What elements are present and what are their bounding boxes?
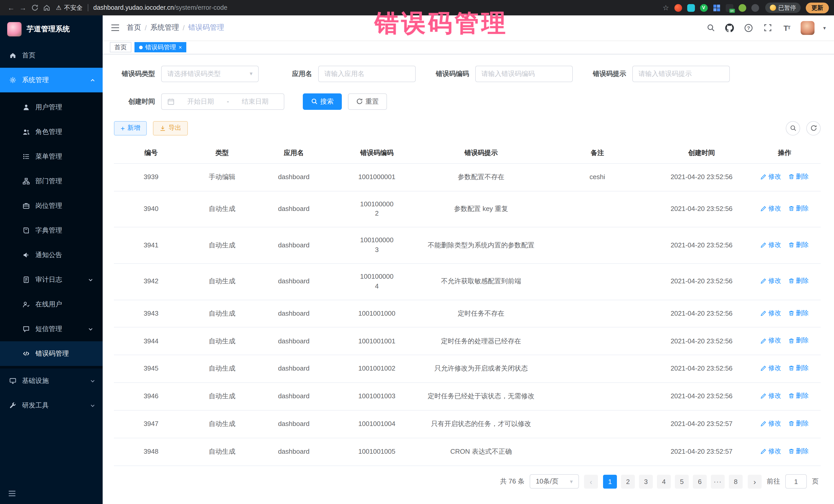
sidebar-item-dev-tools[interactable]: 研发工具	[0, 393, 103, 418]
reset-button[interactable]: 重置	[348, 93, 387, 110]
extension-paw-icon[interactable]	[751, 4, 759, 12]
breadcrumb-item-system[interactable]: 系统管理	[150, 23, 179, 32]
edit-link[interactable]: 修改	[761, 277, 781, 286]
avatar[interactable]	[800, 21, 814, 35]
sidebar-item-notices[interactable]: 通知公告	[0, 243, 103, 267]
sidebar-item-users[interactable]: 用户管理	[0, 95, 103, 119]
pagination-page[interactable]: 4	[657, 475, 671, 488]
update-button[interactable]: 更新	[806, 2, 829, 13]
column-header-id: 编号	[114, 143, 188, 163]
delete-link[interactable]: 删除	[788, 172, 809, 181]
bookmark-star-icon[interactable]: ☆	[663, 4, 669, 12]
security-badge[interactable]: ⚠ 不安全	[56, 3, 83, 12]
sidebar-fold-button[interactable]	[0, 482, 103, 504]
edit-label: 修改	[768, 336, 781, 345]
next-page-button[interactable]: ›	[748, 475, 762, 488]
delete-link[interactable]: 删除	[788, 419, 809, 428]
pagination-page[interactable]: 2	[621, 475, 635, 488]
sidebar-item-online-users[interactable]: 在线用户	[0, 292, 103, 317]
toggle-search-button[interactable]	[786, 121, 800, 135]
delete-link[interactable]: 删除	[788, 336, 809, 345]
help-icon-button[interactable]: ?	[744, 23, 754, 33]
delete-label: 删除	[796, 172, 809, 181]
page-size-select[interactable]: 10条/页 ▾	[530, 474, 579, 489]
add-button[interactable]: + 新增	[114, 121, 147, 135]
cell-actions: 修改 删除	[749, 410, 821, 438]
pagination-pages: 123456···8	[603, 475, 743, 488]
extension-leaf-icon[interactable]	[738, 4, 746, 12]
delete-link[interactable]: 删除	[788, 364, 809, 373]
hamburger-button[interactable]	[111, 24, 119, 31]
error-type-select[interactable]: 请选择错误码类型 ▾	[161, 65, 259, 82]
fullscreen-icon-button[interactable]	[763, 23, 773, 33]
pagination-page[interactable]: 8	[729, 475, 743, 488]
sidebar-item-system[interactable]: 系统管理	[0, 68, 103, 92]
refresh-table-button[interactable]	[806, 121, 821, 135]
filter-app-name: 应用名 请输入应用名	[271, 65, 416, 82]
github-icon-button[interactable]	[725, 23, 735, 33]
date-range-input[interactable]: 开始日期 - 结束日期	[161, 93, 284, 110]
tab-close-icon[interactable]: ×	[179, 44, 182, 50]
extension-teal-icon[interactable]	[687, 4, 695, 12]
paused-badge[interactable]: 已暂停	[765, 3, 800, 13]
security-label: 不安全	[64, 3, 83, 12]
delete-link[interactable]: 删除	[788, 446, 809, 456]
export-button[interactable]: 导出	[153, 121, 188, 135]
error-code-input[interactable]: 请输入错误码编码	[475, 65, 573, 82]
pagination-page[interactable]: 1	[603, 475, 617, 488]
sidebar-item-dicts[interactable]: 字典管理	[0, 218, 103, 243]
tab-error-codes[interactable]: 错误码管理 ×	[134, 42, 186, 52]
delete-link[interactable]: 删除	[788, 240, 809, 249]
app-name-input[interactable]: 请输入应用名	[318, 65, 416, 82]
sidebar-item-roles[interactable]: 角色管理	[0, 119, 103, 144]
delete-link[interactable]: 删除	[788, 204, 809, 213]
edit-link[interactable]: 修改	[761, 419, 781, 428]
pagination-more[interactable]: ···	[711, 475, 725, 488]
sidebar-item-infrastructure[interactable]: 基础设施	[0, 369, 103, 393]
prev-page-button[interactable]: ‹	[584, 475, 598, 488]
tab-home[interactable]: 首页	[110, 42, 131, 52]
forward-button[interactable]: →	[17, 2, 29, 14]
edit-link[interactable]: 修改	[761, 364, 781, 373]
extension-green-icon[interactable]: V	[700, 4, 707, 12]
delete-link[interactable]: 删除	[788, 277, 809, 286]
search-button[interactable]: 搜索	[303, 93, 342, 110]
font-size-icon-button[interactable]: TT	[782, 23, 792, 33]
refresh-button[interactable]	[29, 2, 41, 14]
breadcrumb-item-home[interactable]: 首页	[127, 23, 141, 32]
sidebar-item-sms[interactable]: 短信管理	[0, 317, 103, 341]
pagination-page[interactable]: 3	[639, 475, 653, 488]
edit-icon	[761, 421, 767, 427]
edit-link[interactable]: 修改	[761, 391, 781, 400]
sidebar-item-home[interactable]: 首页	[0, 43, 103, 68]
extension-grid-icon[interactable]	[712, 4, 720, 12]
sidebar-item-error-codes[interactable]: 错误码管理	[0, 341, 103, 366]
cell-code: 100100000 4	[332, 264, 422, 300]
delete-link[interactable]: 删除	[788, 391, 809, 400]
pagination-page[interactable]: 5	[675, 475, 689, 488]
delete-link[interactable]: 删除	[788, 308, 809, 317]
edit-link[interactable]: 修改	[761, 240, 781, 249]
edit-link[interactable]: 修改	[761, 308, 781, 317]
sidebar-item-posts[interactable]: 岗位管理	[0, 194, 103, 218]
back-button[interactable]: ←	[5, 2, 17, 14]
cell-type: 自动生成	[188, 227, 256, 263]
url-text[interactable]: dashboard.yudao.iocoder.cn/system/error-…	[93, 4, 227, 11]
edit-link[interactable]: 修改	[761, 446, 781, 456]
edit-link[interactable]: 修改	[761, 204, 781, 213]
search-icon-button[interactable]	[706, 23, 716, 33]
extension-dark-icon[interactable]: on	[725, 4, 733, 12]
cell-type: 自动生成	[188, 264, 256, 300]
extension-red-icon[interactable]	[674, 4, 682, 12]
sidebar-item-menus[interactable]: 菜单管理	[0, 144, 103, 169]
sidebar-item-departments[interactable]: 部门管理	[0, 169, 103, 194]
sidebar-item-audit-logs[interactable]: 审计日志	[0, 267, 103, 292]
edit-link[interactable]: 修改	[761, 172, 781, 181]
goto-input[interactable]: 1	[785, 474, 807, 489]
edit-label: 修改	[768, 277, 781, 286]
pagination-page[interactable]: 6	[693, 475, 707, 488]
tab-label: 错误码管理	[145, 43, 176, 51]
error-hint-input[interactable]: 请输入错误码提示	[632, 65, 730, 82]
edit-link[interactable]: 修改	[761, 336, 781, 345]
home-button[interactable]	[41, 2, 52, 14]
